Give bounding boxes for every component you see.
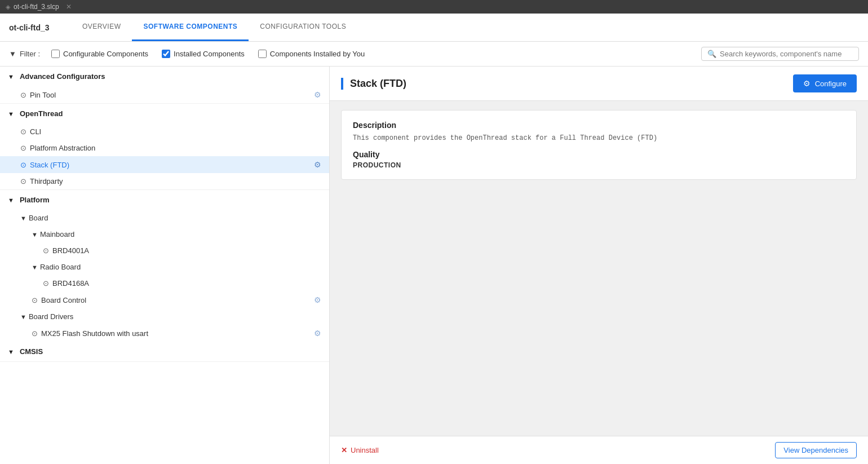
section-label-openthread: OpenThread xyxy=(20,109,63,118)
title-bar: ◈ ot-cli-ftd_3.slcp ✕ xyxy=(0,0,868,14)
chevron-icon: ▼ xyxy=(20,215,26,222)
tab-software-components[interactable]: SOFTWARE COMPONENTS xyxy=(132,14,249,41)
file-icon: ◈ xyxy=(6,3,10,11)
subsection-label-radio-board: Radio Board xyxy=(40,263,81,271)
uninstall-button[interactable]: ✕ Uninstall xyxy=(341,446,379,454)
tree-subsection-radio-board[interactable]: ▼ Radio Board xyxy=(0,259,329,275)
tree-item-mx25-flash[interactable]: ⊙ MX25 Flash Shutdown with usart ⚙ xyxy=(0,325,329,342)
gear-icon[interactable]: ⚙ xyxy=(314,329,321,338)
tree-subsection-mainboard[interactable]: ▼ Mainboard xyxy=(0,226,329,242)
chevron-icon: ▼ xyxy=(8,111,14,117)
section-header-advanced-configurators[interactable]: ▼ Advanced Configurators xyxy=(0,67,329,86)
view-dependencies-button[interactable]: View Dependencies xyxy=(775,442,857,458)
checked-icon: ⊙ xyxy=(20,91,26,99)
tree-item-label: Board Control xyxy=(41,296,86,304)
tree-item-cli[interactable]: ⊙ CLI xyxy=(0,123,329,140)
description-heading: Description xyxy=(353,121,845,130)
installed-by-you-checkbox[interactable] xyxy=(258,50,267,58)
component-title: Stack (FTD) xyxy=(341,78,793,90)
installed-components-filter: Installed Components xyxy=(162,50,245,58)
subsection-label-cmsis: CMSIS xyxy=(20,347,43,356)
search-input[interactable] xyxy=(720,50,853,58)
tab-configuration-tools[interactable]: CONFIGURATION TOOLS xyxy=(249,14,357,41)
chevron-icon: ▼ xyxy=(8,348,14,355)
description-card: Description This component provides the … xyxy=(341,110,857,180)
filter-funnel-icon: ▼ xyxy=(9,50,16,58)
filter-label: ▼ Filter : xyxy=(9,50,40,58)
tree-subsection-board[interactable]: ▼ Board xyxy=(0,210,329,226)
chevron-icon: ▼ xyxy=(8,73,14,80)
checked-icon: ⊙ xyxy=(20,177,26,185)
configure-button[interactable]: ⚙ Configure xyxy=(793,74,857,92)
section-label-platform: Platform xyxy=(20,196,50,204)
view-deps-btn-label: View Dependencies xyxy=(783,446,848,454)
section-label-advanced-configurators: Advanced Configurators xyxy=(20,72,105,81)
section-platform: ▼ Platform ▼ Board ▼ Mainboard ⊙ BRD4001… xyxy=(0,190,329,362)
chevron-icon: ▼ xyxy=(32,264,38,271)
tree-item-label: Platform Abstraction xyxy=(30,144,95,152)
title-bar-close-icon[interactable]: ✕ xyxy=(66,3,72,11)
checked-icon: ⊙ xyxy=(32,296,38,304)
tree-item-thirdparty[interactable]: ⊙ Thirdparty xyxy=(0,173,329,189)
gear-icon[interactable]: ⚙ xyxy=(314,160,321,169)
tree-item-label: BRD4168A xyxy=(52,279,89,288)
tree-item-label: BRD4001A xyxy=(52,246,89,255)
tree-item-brd4001a[interactable]: ⊙ BRD4001A xyxy=(0,242,329,259)
tree-item-label: Pin Tool xyxy=(30,91,56,99)
search-box: 🔍 xyxy=(701,47,859,61)
right-panel-footer: ✕ Uninstall View Dependencies xyxy=(330,436,868,464)
chevron-icon: ▼ xyxy=(8,197,14,204)
checked-icon: ⊙ xyxy=(32,329,38,338)
section-advanced-configurators: ▼ Advanced Configurators ⊙ Pin Tool ⚙ xyxy=(0,67,329,104)
configure-btn-label: Configure xyxy=(815,79,847,88)
tree-item-platform-abstraction[interactable]: ⊙ Platform Abstraction xyxy=(0,140,329,156)
right-panel: Stack (FTD) ⚙ Configure Description This… xyxy=(330,67,868,464)
tree-item-brd4168a[interactable]: ⊙ BRD4168A xyxy=(0,275,329,291)
main-header: ot-cli-ftd_3 OVERVIEW SOFTWARE COMPONENT… xyxy=(0,14,868,42)
section-header-platform[interactable]: ▼ Platform xyxy=(0,190,329,210)
subsection-label-mainboard: Mainboard xyxy=(40,230,74,238)
checked-icon: ⊙ xyxy=(43,246,49,255)
tree-item-board-control[interactable]: ⊙ Board Control ⚙ xyxy=(0,291,329,308)
filter-bar: ▼ Filter : Configurable Components Insta… xyxy=(0,42,868,67)
tree-item-label: Stack (FTD) xyxy=(30,161,69,169)
checked-icon: ⊙ xyxy=(20,127,26,136)
tree-item-stack-ftd[interactable]: ⊙ Stack (FTD) ⚙ xyxy=(0,156,329,173)
configurable-components-label[interactable]: Configurable Components xyxy=(63,50,148,58)
installed-components-checkbox[interactable] xyxy=(162,50,170,58)
uninstall-x-icon: ✕ xyxy=(341,446,347,454)
title-bar-label: ot-cli-ftd_3.slcp xyxy=(14,3,59,11)
search-icon: 🔍 xyxy=(707,50,716,58)
configurable-components-checkbox[interactable] xyxy=(51,50,60,58)
tree-item-label: CLI xyxy=(30,127,41,136)
configurable-components-filter: Configurable Components xyxy=(51,50,148,58)
gear-icon[interactable]: ⚙ xyxy=(314,90,321,99)
app-title: ot-cli-ftd_3 xyxy=(9,23,71,32)
gear-icon[interactable]: ⚙ xyxy=(314,295,321,304)
checked-icon: ⊙ xyxy=(20,144,26,152)
configure-gear-icon: ⚙ xyxy=(803,79,811,88)
subsection-label-board: Board xyxy=(29,214,48,222)
tab-overview[interactable]: OVERVIEW xyxy=(71,14,132,41)
content-area: ▼ Advanced Configurators ⊙ Pin Tool ⚙ ▼ … xyxy=(0,67,868,464)
installed-components-label[interactable]: Installed Components xyxy=(174,50,245,58)
tree-subsection-cmsis[interactable]: ▼ CMSIS xyxy=(0,342,329,361)
tree-item-pin-tool[interactable]: ⊙ Pin Tool ⚙ xyxy=(0,86,329,103)
sidebar: ▼ Advanced Configurators ⊙ Pin Tool ⚙ ▼ … xyxy=(0,67,330,464)
quality-heading: Quality xyxy=(353,150,845,159)
installed-by-you-filter: Components Installed by You xyxy=(258,50,365,58)
subsection-label-board-drivers: Board Drivers xyxy=(29,312,73,321)
chevron-icon: ▼ xyxy=(32,231,38,238)
checked-icon: ⊙ xyxy=(43,279,49,288)
right-panel-header: Stack (FTD) ⚙ Configure xyxy=(330,67,868,101)
tree-item-label: MX25 Flash Shutdown with usart xyxy=(41,329,148,338)
tabs: OVERVIEW SOFTWARE COMPONENTS CONFIGURATI… xyxy=(71,14,357,41)
tree-subsection-board-drivers[interactable]: ▼ Board Drivers xyxy=(0,308,329,325)
tree-item-label: Thirdparty xyxy=(30,177,63,185)
section-openthread: ▼ OpenThread ⊙ CLI ⊙ Platform Abstractio… xyxy=(0,104,329,190)
description-text: This component provides the OpenThread s… xyxy=(353,134,845,142)
section-header-openthread[interactable]: ▼ OpenThread xyxy=(0,104,329,123)
installed-by-you-label[interactable]: Components Installed by You xyxy=(270,50,365,58)
chevron-icon: ▼ xyxy=(20,313,26,320)
checked-icon-selected: ⊙ xyxy=(20,161,26,169)
